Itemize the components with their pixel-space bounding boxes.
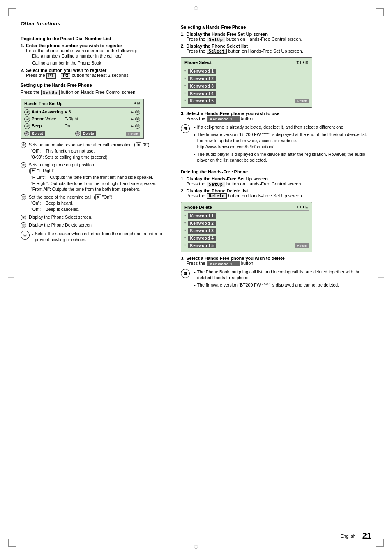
hands-free-setup-title: Setting up the Hands-Free Phone	[21, 83, 173, 88]
phone-select-status: T.il ✦⊞	[297, 60, 309, 65]
del-item4-name: Kenwood 4	[188, 236, 217, 241]
hf-row3-num: ③	[24, 123, 30, 129]
phone-select-title: Phone Select	[184, 60, 212, 65]
sel-bullet2-dot: •	[194, 132, 196, 150]
step1-label: Enter the phone number you wish to regis…	[26, 43, 122, 48]
circle-item-2: ② Sets a ringing tone output position. (…	[21, 162, 173, 192]
tip-icon: ⊞	[21, 231, 30, 240]
step2-suffix: button for at least 2 seconds.	[72, 73, 130, 78]
sel-bullet2-text: The firmware version "BT200 FW ****" is …	[197, 132, 367, 143]
p1-button: P1	[46, 73, 56, 79]
circle-item-3: ③ Set the beep of the incoming call. (⚑ …	[21, 194, 173, 213]
hf-row-beep: ③ Beep On ▶ ③	[24, 123, 140, 129]
sel-step3-num: 3.	[181, 111, 184, 122]
hf-row2-label: Phone Voice	[32, 117, 65, 121]
del-item4-marker: *	[184, 236, 186, 240]
setup-button-inline: SetUp	[41, 90, 60, 95]
ci1-icon: ⚑	[136, 142, 141, 148]
item1-marker: *	[184, 69, 186, 73]
del-step1-prefix: Press the	[186, 181, 205, 186]
main-content: Other functions Registering to the Prese…	[21, 21, 371, 291]
hf-delete-btn: ⑤ Delete	[75, 131, 96, 136]
ci3-icon: ⚑	[95, 194, 101, 201]
right-column: Selecting a Hands-Free Phone 1. Display …	[181, 21, 371, 291]
del-delete-btn: Delete	[207, 193, 227, 199]
select-step3: 3. Select a Hands-Free phone you wish to…	[181, 111, 371, 122]
ci3-sub1: "On": Beep is heard.	[31, 200, 113, 206]
hf-row1-label: Auto Answering	[32, 110, 65, 114]
circle-content-1: Sets an automatic response time after ca…	[29, 142, 149, 160]
tip-content: • Select the speaker which is further fr…	[32, 231, 173, 244]
select-tip-box: ⊞ • If a cell-phone is already selected,…	[181, 124, 371, 164]
sel-step2-text: Press the Select button on Hands-Free Se…	[186, 49, 371, 54]
preset-dial-title: Registering to the Preset Dial Number Li…	[21, 36, 173, 41]
circle-content-2: Sets a ringing tone output position. (⚑ …	[29, 162, 157, 192]
step1-text: Enter the phone number with reference to…	[26, 48, 173, 53]
phone-delete-item-4: * Kenwood 4	[184, 235, 309, 241]
tip-bullet-dot: •	[32, 231, 33, 243]
del-item5-name: Kenwood 5	[188, 243, 217, 248]
sel-step1-label: Display the Hands-Free Set Up screen	[186, 32, 268, 37]
hf-row2-val: F-Right	[65, 117, 78, 121]
corner-mark-tl	[8, 8, 16, 16]
sel-step2-num: 2.	[181, 44, 184, 54]
hf-screen-header: Hands Free Set Up T.il ✦⊞	[24, 101, 140, 108]
corner-mark-br	[376, 539, 384, 547]
step1-num: 1.	[21, 43, 24, 67]
hf-row2-circle: ②	[135, 117, 140, 122]
preset-step2: 2. Select the button you wish to registe…	[21, 68, 173, 79]
del-step2-content: Display the Phone Delete list Press the …	[186, 188, 371, 199]
item1-name: Kenwood 1	[188, 69, 217, 74]
item5-name: Kenwood 5	[188, 98, 217, 104]
phone-delete-item-2: * Kenwood 2	[184, 220, 309, 227]
del-step3-label: Select a Hands-Free phone you wish to de…	[186, 256, 285, 261]
step2-content: Select the button you wish to register P…	[26, 68, 173, 79]
hf-select-label: Select	[30, 131, 45, 136]
sel-step1-num: 1.	[181, 32, 184, 42]
sel-bullet2-content: The firmware version "BT200 FW ****" is …	[197, 132, 367, 150]
sel-step2-content: Display the Phone Select list Press the …	[186, 44, 371, 54]
delete-tip-box: ⊞ • The Phone Book, outgoing call list, …	[181, 269, 371, 290]
sel-bullet3-dot: •	[194, 152, 196, 163]
hf-select-btn: ④ Select	[24, 131, 45, 136]
hf-bottom-row: ④ Select ⑤ Delete Return	[24, 131, 140, 136]
step2-label: Select the button you wish to register	[26, 68, 106, 73]
del-setup-btn: SetUp	[207, 182, 225, 187]
sel-bullet2-link[interactable]: http://www.kenwood.com/bt/information/	[197, 144, 274, 149]
sel-bullet-3: • The audio player is displayed on the d…	[194, 151, 371, 163]
circle-num-5: ⑤	[21, 222, 26, 228]
step1-sub1: Dial a number/ Calling a number in the c…	[32, 53, 173, 59]
hf-screen-icons: T.il ✦⊞	[128, 101, 141, 106]
circle-content-3: Set the beep of the incoming call. (⚑ "O…	[29, 194, 113, 213]
del-step1-label: Display the Hands-Free Set Up screen	[186, 176, 268, 181]
section-title: Other functions	[21, 21, 60, 28]
hf-row1-val: 8	[69, 110, 71, 114]
hf-delete-label: Delete	[81, 131, 96, 136]
del-step3-prefix: Press the	[186, 261, 205, 266]
page-footer: English 21	[341, 531, 371, 541]
del-step1-content: Display the Hands-Free Set Up screen Pre…	[186, 176, 371, 187]
phone-select-header: Phone Select T.il ✦⊞	[184, 60, 309, 66]
del-bullet2-dot: •	[194, 282, 196, 289]
phone-select-item-2: * Kenwood 2	[184, 75, 309, 82]
step1-sub2: Calling a number in the Phone Book	[32, 60, 173, 66]
del-item2-marker: *	[184, 221, 186, 225]
select-bullet-list: • If a cell-phone is already selected, d…	[194, 124, 371, 164]
circle-num-2: ②	[21, 162, 26, 168]
circle-num-4: ④	[21, 215, 26, 220]
hf-row2-arrow: ▶	[131, 117, 134, 121]
sel-bullet-2: • The firmware version "BT200 FW ****" i…	[194, 132, 371, 150]
tip-bullet1-text: Select the speaker which is further from…	[35, 231, 173, 243]
phone-delete-item-3: * Kenwood 3	[184, 227, 309, 234]
del-step2-suffix: button on Hands-Free Set Up screen.	[228, 193, 303, 198]
corner-mark-tr	[376, 8, 384, 16]
sel-step1-suffix: button on Hands-Free Control screen.	[226, 37, 302, 42]
hf-row1-circle: ①	[135, 110, 140, 115]
phone-select-return: Return	[295, 99, 309, 103]
del-item1-marker: *	[184, 214, 186, 218]
item4-marker: *	[184, 91, 186, 95]
del-step2-num: 2.	[181, 188, 184, 199]
del-item1-name: Kenwood 1	[188, 213, 217, 219]
sel-kenwood-btn: Kenwood 1	[207, 116, 240, 122]
phone-delete-item-5: * Kenwood 5 Return	[184, 242, 309, 249]
